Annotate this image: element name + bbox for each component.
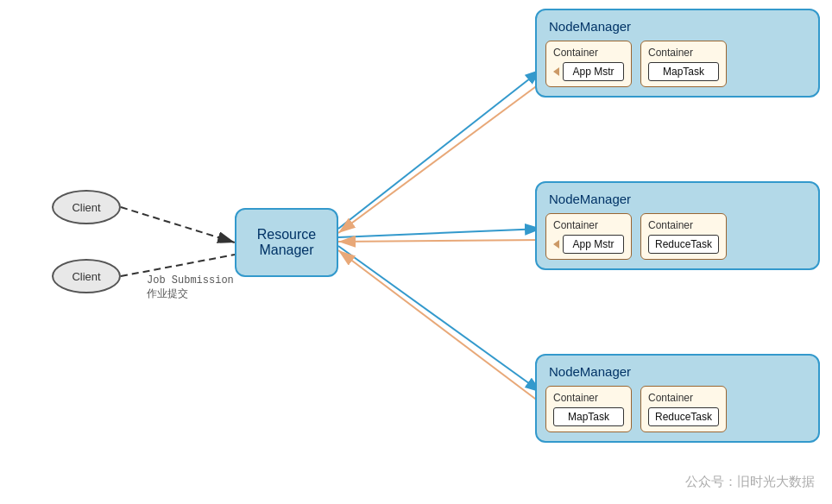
svg-line-2	[338, 69, 542, 229]
nm3-container-1: Container MapTask	[545, 386, 632, 432]
nm2-appmaster: App Mstr	[563, 235, 624, 254]
nm2-container-2: Container ReduceTask	[640, 213, 727, 260]
resource-manager: ResourceManager	[235, 208, 338, 277]
nm1-container-2: Container MapTask	[640, 41, 727, 87]
client-2-label: Client	[72, 270, 100, 283]
client-1: Client	[52, 190, 121, 224]
svg-line-7	[338, 250, 542, 404]
svg-line-5	[338, 82, 542, 233]
nm1-maptask: MapTask	[648, 62, 719, 81]
nm2-containers: Container App Mstr Container ReduceTask	[545, 213, 810, 260]
svg-line-6	[338, 240, 542, 242]
nm3-container-2: Container ReduceTask	[640, 386, 727, 432]
nm2-container-1: Container App Mstr	[545, 213, 632, 260]
svg-line-3	[338, 229, 542, 237]
nm2-label: NodeManager	[545, 192, 810, 206]
arrow-icon-1	[553, 67, 559, 76]
job-submission-label: Job Submission 作业提交	[147, 274, 234, 301]
client-2: Client	[52, 259, 121, 293]
nm3-containers: Container MapTask Container ReduceTask	[545, 386, 810, 432]
nm1-container-1: Container App Mstr	[545, 41, 632, 87]
watermark: 公众号：旧时光大数据	[685, 474, 815, 490]
node-manager-3: NodeManager Container MapTask Container …	[535, 354, 820, 443]
resource-manager-label: ResourceManager	[257, 227, 316, 258]
nm3-label: NodeManager	[545, 364, 810, 379]
nm1-containers: Container App Mstr Container MapTask	[545, 41, 810, 87]
nm3-reducetask: ReduceTask	[648, 407, 719, 426]
node-manager-2: NodeManager Container App Mstr Container…	[535, 181, 820, 270]
nm1-label: NodeManager	[545, 19, 810, 34]
arrow-icon-2	[553, 240, 559, 249]
nm1-appmaster: App Mstr	[563, 62, 624, 81]
svg-line-1	[121, 255, 235, 276]
client-1-label: Client	[72, 201, 100, 214]
svg-line-4	[338, 246, 542, 393]
node-manager-1: NodeManager Container App Mstr Container…	[535, 9, 820, 98]
svg-line-0	[121, 207, 235, 243]
nm2-reducetask: ReduceTask	[648, 235, 719, 254]
nm3-maptask: MapTask	[553, 407, 624, 426]
